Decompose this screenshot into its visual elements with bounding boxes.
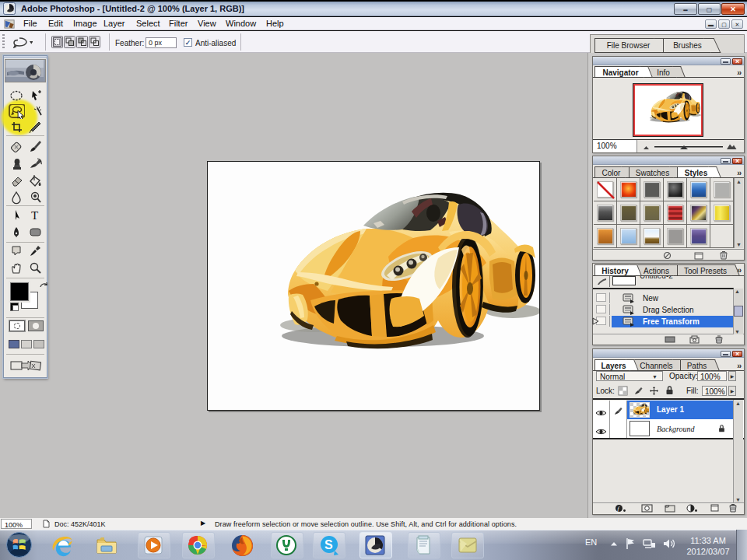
svg-text:S: S <box>324 538 333 551</box>
svg-text:T: T <box>31 209 38 222</box>
